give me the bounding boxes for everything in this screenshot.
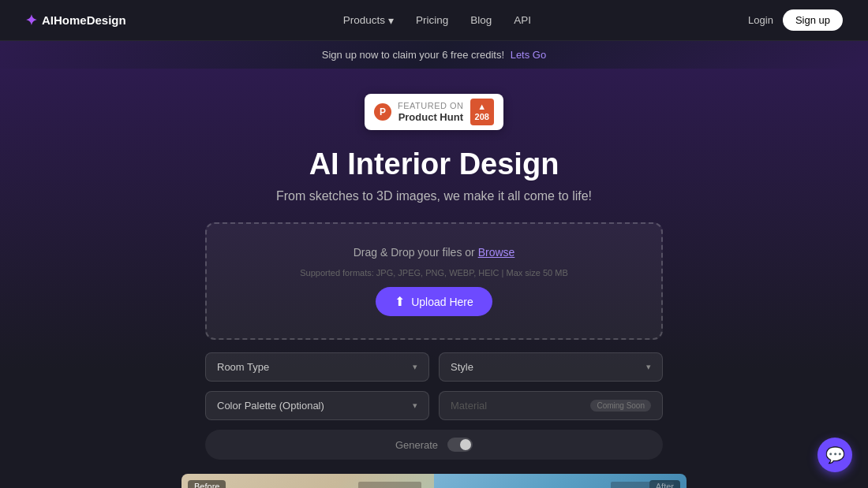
producthunt-logo: P: [374, 103, 391, 121]
generate-label: Generate: [395, 439, 438, 451]
chat-button[interactable]: 💬: [817, 438, 852, 472]
toggle-knob: [460, 439, 471, 450]
nav-actions: Login Sign up: [748, 9, 843, 31]
upload-browse-link[interactable]: Browse: [478, 246, 515, 259]
options-row-2: Color Palette (Optional) ▾ Material Comi…: [205, 391, 663, 420]
producthunt-arrow: ▲: [477, 102, 486, 112]
chevron-down-icon: ▾: [388, 14, 394, 27]
generate-row[interactable]: Generate: [205, 430, 663, 460]
before-panel: Before: [181, 474, 434, 488]
announcement-text: Sign up now to claim your 6 free credits…: [322, 49, 504, 61]
announcement-link[interactable]: Lets Go: [511, 49, 547, 61]
login-button[interactable]: Login: [748, 14, 773, 26]
producthunt-product-name: Product Hunt: [398, 111, 464, 123]
nav-blog[interactable]: Blog: [470, 14, 492, 26]
style-dropdown[interactable]: Style ▾: [439, 352, 663, 382]
navbar: ✦ AIHomeDesign Products ▾ Pricing Blog A…: [0, 0, 868, 41]
before-after-section: Before After: [181, 474, 687, 488]
before-label: Before: [188, 480, 226, 488]
hero-section: P FEATURED ON Product Hunt ▲ 208 AI Inte…: [0, 69, 868, 488]
after-panel: After: [434, 474, 687, 488]
logo-star-icon: ✦: [25, 12, 37, 29]
logo-text: AIHomeDesign: [42, 13, 126, 27]
producthunt-badge[interactable]: P FEATURED ON Product Hunt ▲ 208: [365, 94, 503, 130]
upload-button[interactable]: ⬆ Upload Here: [376, 287, 492, 316]
hero-subtitle: From sketches to 3D images, we make it a…: [276, 189, 592, 203]
nav-api[interactable]: API: [514, 14, 531, 26]
room-type-label: Room Type: [217, 361, 269, 373]
nav-pricing[interactable]: Pricing: [416, 14, 448, 26]
generate-toggle[interactable]: [447, 438, 473, 452]
chevron-down-icon: ▾: [646, 362, 651, 372]
hero-title: AI Interior Design: [309, 147, 559, 181]
logo[interactable]: ✦ AIHomeDesign: [25, 12, 126, 29]
upload-icon: ⬆: [395, 294, 405, 309]
nav-links: Products ▾ Pricing Blog API: [343, 14, 531, 27]
producthunt-featured-text: FEATURED ON: [398, 101, 464, 111]
upload-button-label: Upload Here: [411, 296, 473, 308]
nav-products[interactable]: Products ▾: [343, 14, 394, 27]
chat-icon: 💬: [825, 445, 845, 464]
upload-formats-text: Supported formats: JPG, JPEG, PNG, WEBP,…: [300, 268, 568, 278]
color-palette-dropdown[interactable]: Color Palette (Optional) ▾: [205, 391, 429, 420]
chevron-down-icon: ▾: [413, 362, 417, 372]
producthunt-score-value: 208: [475, 112, 489, 122]
producthunt-score: ▲ 208: [470, 99, 494, 125]
material-label: Material: [451, 400, 487, 412]
color-palette-label: Color Palette (Optional): [217, 400, 324, 412]
style-label: Style: [451, 361, 473, 373]
upload-dropzone[interactable]: Drag & Drop your files or Browse Support…: [205, 222, 663, 340]
room-type-dropdown[interactable]: Room Type ▾: [205, 352, 429, 382]
upload-drag-text: Drag & Drop your files or Browse: [354, 246, 515, 259]
coming-soon-badge: Coming Soon: [590, 400, 651, 412]
signup-button[interactable]: Sign up: [783, 9, 843, 31]
options-row-1: Room Type ▾ Style ▾: [205, 352, 663, 382]
material-dropdown: Material Coming Soon: [439, 391, 663, 420]
producthunt-text-block: FEATURED ON Product Hunt: [398, 101, 464, 123]
announcement-bar: Sign up now to claim your 6 free credits…: [0, 41, 868, 69]
chevron-down-icon: ▾: [413, 400, 417, 411]
